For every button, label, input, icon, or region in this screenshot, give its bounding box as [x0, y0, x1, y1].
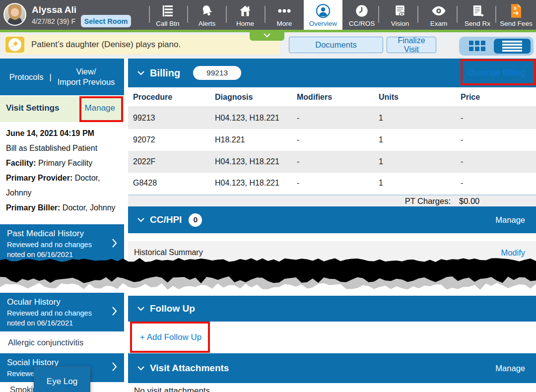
list-view-toggle[interactable] [494, 39, 531, 54]
section-title: Past Medical History [7, 229, 117, 239]
override-billing-link[interactable]: Override Billing [468, 68, 525, 78]
nav-vision[interactable]: Vision [382, 0, 418, 30]
visit-settings-manage-link[interactable]: Manage [85, 103, 115, 113]
overview-person-icon [316, 2, 331, 19]
cell-units: 1 [379, 114, 461, 123]
nav-label: CC/ROS [349, 20, 375, 27]
protocols-link[interactable]: Protocols [9, 72, 44, 82]
divider [265, 6, 266, 23]
rx-document-icon [470, 2, 484, 19]
modify-link[interactable]: Modify [501, 248, 525, 258]
cell-procedure: 92072 [133, 135, 215, 144]
nav-overview[interactable]: Overview [304, 0, 342, 30]
nav-home[interactable]: Home [227, 0, 263, 30]
main-content: Billing 99213 Override Billing Procedure… [128, 59, 536, 392]
pt-charges-label: PT Charges: [405, 196, 451, 206]
finalize-visit-button[interactable]: Finalize Visit [387, 37, 436, 53]
billing-row[interactable]: 99213 H04.123, H18.221 - 1 - [128, 107, 536, 129]
no-visit-attachments-text: No visit attachments [134, 386, 210, 392]
col-diagnosis: Diagnosis [215, 93, 297, 102]
nav-call-btn[interactable]: Call Btn [150, 0, 186, 30]
add-follow-up-link[interactable]: + Add Follow Up [137, 322, 286, 353]
nav-send-rx[interactable]: Send Rx [460, 0, 495, 30]
chevron-right-icon [112, 362, 117, 374]
ehr-app: Alyssa Ali 4/27/82 (39) F Select Room Ca… [0, 0, 536, 392]
call-btn-icon [160, 2, 175, 19]
visit-attachments-title: Visit Attachments [150, 363, 229, 374]
cell-price: - [461, 157, 536, 166]
nav-label: Vision [391, 20, 409, 27]
nav-more[interactable]: More [267, 0, 302, 30]
billing-row[interactable]: 92072 H18.221 - 1 - [128, 129, 536, 151]
cc-hpi-header: CC/HPI 0 Manage [128, 206, 536, 233]
note-text: Patient’s daughter (Denise) plays piano. [31, 40, 181, 50]
nav-alerts[interactable]: Alerts [189, 0, 225, 30]
grid-view-toggle[interactable] [459, 37, 496, 56]
follow-up-title: Follow Up [150, 303, 195, 314]
grid-icon [469, 41, 486, 52]
patient-avatar[interactable] [3, 3, 26, 26]
chevron-right-icon [112, 238, 117, 250]
clock-icon [355, 2, 369, 19]
social-history-item-partial: Smokin [10, 385, 37, 392]
sticky-note[interactable]: Patient’s daughter (Denise) plays piano. [4, 35, 279, 55]
divider [457, 6, 458, 23]
cell-price: - [461, 114, 536, 123]
cc-hpi-manage-link[interactable]: Manage [495, 215, 525, 225]
ocular-history-item[interactable]: Allergic conjunctivitis [0, 331, 124, 353]
view-import-previous-link[interactable]: View/ Import Previous [58, 66, 115, 87]
cell-diagnosis: H18.221 [215, 135, 297, 144]
chevron-down-icon[interactable] [137, 70, 145, 75]
billing-row[interactable]: 2022F H04.123, H18.221 - 1 - [128, 151, 536, 173]
banner-bar: Patient’s daughter (Denise) plays piano.… [0, 32, 536, 59]
nav-label: Send Fees [500, 20, 532, 27]
billing-header: Billing 99213 Override Billing [128, 59, 536, 87]
sidebar-section-ocular-history[interactable]: Ocular History Reviewed and no changes n… [0, 293, 124, 331]
historical-summary-label: Historical Summary [134, 248, 203, 257]
svg-text:$: $ [514, 6, 517, 11]
redacted-partial-text: melanoma (2020) [3, 275, 62, 283]
sidebar: Protocols | View/ Import Previous Visit … [0, 59, 124, 392]
sidebar-protocols-header: Protocols | View/ Import Previous [0, 59, 124, 95]
col-procedure: Procedure [133, 93, 215, 102]
cc-hpi-count-badge: 0 [189, 213, 202, 227]
billing-table-header: Procedure Diagnosis Modifiers Units Pric… [128, 87, 536, 107]
cell-modifiers: - [297, 114, 379, 123]
more-dots-icon [276, 2, 292, 19]
section-title: Ocular History [7, 297, 117, 307]
visit-code-pill[interactable]: 99213 [193, 66, 241, 80]
nav-label: Home [236, 20, 254, 27]
bill-as: Bill as Established Patient [6, 141, 118, 156]
chevron-down-icon [263, 33, 271, 38]
nav-label: Alerts [199, 20, 216, 27]
historical-summary-row: Historical Summary Modify [128, 241, 536, 264]
documents-button[interactable]: Documents [289, 37, 383, 53]
nav-cc-ros[interactable]: CC/ROS [344, 0, 380, 30]
chevron-down-icon[interactable] [137, 366, 145, 371]
provider-line: Primary Provider: Doctor, Johnny [6, 171, 118, 200]
divider [187, 6, 188, 23]
nav-label: Call Btn [156, 20, 179, 27]
biller-line: Primary Biller: Doctor, Johnny [6, 200, 118, 215]
billing-row[interactable]: G8428 H04.123, H18.221 - 1 - [128, 173, 536, 194]
sidebar-section-past-medical-history[interactable]: Past Medical History Reviewed and no cha… [0, 224, 124, 264]
cell-modifiers: - [297, 157, 379, 166]
bell-icon [200, 2, 214, 19]
eye-log-button[interactable]: Eye Log [34, 366, 90, 392]
patient-dob-age-sex: 4/27/82 (39) F [32, 17, 75, 25]
chevron-down-icon[interactable] [137, 217, 145, 222]
chevron-down-icon[interactable] [137, 306, 145, 311]
visit-attachments-manage-link[interactable]: Manage [495, 364, 525, 373]
divider [226, 6, 227, 23]
section-subtitle: Reviewed and no changes noted on 06/16/2… [7, 240, 99, 260]
billing-title: Billing [150, 67, 180, 79]
nav-send-fees[interactable]: $ Send Fees [498, 0, 534, 30]
nav-label: Exam [430, 20, 448, 27]
cell-modifiers: - [297, 135, 379, 144]
banner-collapse-tab[interactable] [250, 30, 284, 41]
vision-document-icon [393, 2, 407, 19]
cell-procedure: 2022F [133, 157, 215, 166]
nav-exam[interactable]: Exam [421, 0, 457, 30]
home-icon [238, 2, 252, 19]
select-room-button[interactable]: Select Room [81, 15, 131, 27]
